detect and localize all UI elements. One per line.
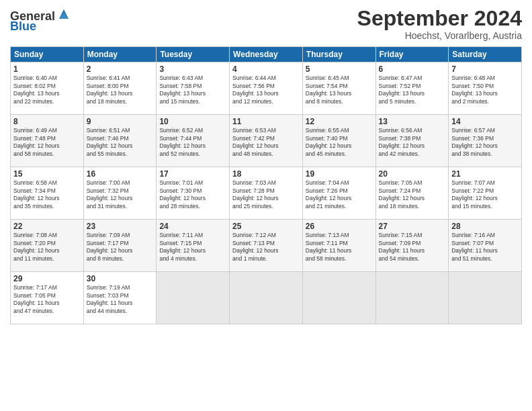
table-row: 6Sunrise: 6:47 AM Sunset: 7:52 PM Daylig… xyxy=(375,62,449,115)
day-number: 5 xyxy=(306,64,373,74)
table-row: 8Sunrise: 6:49 AM Sunset: 7:48 PM Daylig… xyxy=(11,115,84,167)
cell-content: Sunrise: 7:07 AM Sunset: 7:22 PM Dayligh… xyxy=(451,179,519,210)
table-row: 30Sunrise: 7:19 AM Sunset: 7:03 PM Dayli… xyxy=(83,272,157,324)
cell-content: Sunrise: 6:49 AM Sunset: 7:48 PM Dayligh… xyxy=(13,127,81,158)
cell-content: Sunrise: 7:01 AM Sunset: 7:30 PM Dayligh… xyxy=(159,179,226,210)
day-number: 20 xyxy=(379,169,446,179)
location-subtitle: Hoechst, Vorarlberg, Austria xyxy=(357,30,522,41)
day-number: 18 xyxy=(232,169,300,179)
day-number: 1 xyxy=(13,64,81,74)
table-row: 14Sunrise: 6:57 AM Sunset: 7:36 PM Dayli… xyxy=(449,115,522,167)
day-number: 2 xyxy=(87,64,154,74)
cell-content: Sunrise: 7:00 AM Sunset: 7:32 PM Dayligh… xyxy=(87,179,154,210)
day-number: 30 xyxy=(87,274,154,283)
table-row: 21Sunrise: 7:07 AM Sunset: 7:22 PM Dayli… xyxy=(449,167,522,220)
calendar-week-row: 1Sunrise: 6:40 AM Sunset: 8:02 PM Daylig… xyxy=(11,62,522,115)
day-number: 27 xyxy=(379,222,446,231)
col-thursday: Thursday xyxy=(302,47,375,62)
day-number: 22 xyxy=(13,222,81,231)
day-number: 25 xyxy=(232,222,300,231)
cell-content: Sunrise: 6:55 AM Sunset: 7:40 PM Dayligh… xyxy=(306,127,373,158)
cell-content: Sunrise: 6:45 AM Sunset: 7:54 PM Dayligh… xyxy=(306,75,373,105)
day-number: 8 xyxy=(13,117,81,126)
table-row: 15Sunrise: 6:58 AM Sunset: 7:34 PM Dayli… xyxy=(11,167,84,220)
day-number: 26 xyxy=(306,222,373,231)
table-row: 9Sunrise: 6:51 AM Sunset: 7:46 PM Daylig… xyxy=(83,115,157,167)
cell-content: Sunrise: 7:16 AM Sunset: 7:07 PM Dayligh… xyxy=(451,232,519,263)
col-wednesday: Wednesday xyxy=(230,47,303,62)
cell-content: Sunrise: 6:41 AM Sunset: 8:00 PM Dayligh… xyxy=(87,75,154,105)
table-row: 29Sunrise: 7:17 AM Sunset: 7:05 PM Dayli… xyxy=(11,272,84,324)
calendar-week-row: 29Sunrise: 7:17 AM Sunset: 7:05 PM Dayli… xyxy=(11,272,522,324)
table-row: 24Sunrise: 7:11 AM Sunset: 7:15 PM Dayli… xyxy=(157,220,230,272)
table-row: 28Sunrise: 7:16 AM Sunset: 7:07 PM Dayli… xyxy=(449,220,522,272)
col-monday: Monday xyxy=(83,47,157,62)
table-row: 23Sunrise: 7:09 AM Sunset: 7:17 PM Dayli… xyxy=(83,220,157,272)
day-number: 13 xyxy=(379,117,446,126)
table-row: 16Sunrise: 7:00 AM Sunset: 7:32 PM Dayli… xyxy=(83,167,157,220)
calendar-table: Sunday Monday Tuesday Wednesday Thursday… xyxy=(10,46,522,324)
calendar-week-row: 8Sunrise: 6:49 AM Sunset: 7:48 PM Daylig… xyxy=(11,115,522,167)
day-number: 15 xyxy=(13,169,81,179)
day-number: 16 xyxy=(87,169,154,179)
table-row: 4Sunrise: 6:44 AM Sunset: 7:56 PM Daylig… xyxy=(230,62,303,115)
table-row xyxy=(230,272,303,324)
cell-content: Sunrise: 6:40 AM Sunset: 8:02 PM Dayligh… xyxy=(13,75,81,105)
day-number: 7 xyxy=(451,64,519,74)
day-number: 19 xyxy=(306,169,373,179)
cell-content: Sunrise: 7:12 AM Sunset: 7:13 PM Dayligh… xyxy=(232,232,300,263)
cell-content: Sunrise: 7:09 AM Sunset: 7:17 PM Dayligh… xyxy=(87,232,154,263)
calendar-week-row: 15Sunrise: 6:58 AM Sunset: 7:34 PM Dayli… xyxy=(11,167,522,220)
day-number: 9 xyxy=(87,117,154,126)
table-row: 18Sunrise: 7:03 AM Sunset: 7:28 PM Dayli… xyxy=(230,167,303,220)
logo-icon xyxy=(56,7,71,21)
logo-blue-text: Blue xyxy=(10,19,36,34)
day-number: 3 xyxy=(159,64,226,74)
table-row: 2Sunrise: 6:41 AM Sunset: 8:00 PM Daylig… xyxy=(83,62,157,115)
table-row: 1Sunrise: 6:40 AM Sunset: 8:02 PM Daylig… xyxy=(11,62,84,115)
day-number: 14 xyxy=(451,117,519,126)
col-sunday: Sunday xyxy=(11,47,84,62)
cell-content: Sunrise: 7:08 AM Sunset: 7:20 PM Dayligh… xyxy=(13,232,81,263)
cell-content: Sunrise: 7:11 AM Sunset: 7:15 PM Dayligh… xyxy=(159,232,226,263)
table-row: 17Sunrise: 7:01 AM Sunset: 7:30 PM Dayli… xyxy=(157,167,230,220)
table-row xyxy=(302,272,375,324)
svg-marker-1 xyxy=(59,12,69,19)
day-number: 10 xyxy=(159,117,226,126)
day-number: 24 xyxy=(159,222,226,231)
header: General Blue September 2024 Hoechst, Vor… xyxy=(10,7,522,41)
table-row: 20Sunrise: 7:05 AM Sunset: 7:24 PM Dayli… xyxy=(375,167,449,220)
table-row: 19Sunrise: 7:04 AM Sunset: 7:26 PM Dayli… xyxy=(302,167,375,220)
day-number: 17 xyxy=(159,169,226,179)
cell-content: Sunrise: 7:17 AM Sunset: 7:05 PM Dayligh… xyxy=(13,284,81,315)
table-row: 10Sunrise: 6:52 AM Sunset: 7:44 PM Dayli… xyxy=(157,115,230,167)
table-row: 11Sunrise: 6:53 AM Sunset: 7:42 PM Dayli… xyxy=(230,115,303,167)
day-number: 29 xyxy=(13,274,81,283)
cell-content: Sunrise: 7:03 AM Sunset: 7:28 PM Dayligh… xyxy=(232,179,300,210)
table-row: 22Sunrise: 7:08 AM Sunset: 7:20 PM Dayli… xyxy=(11,220,84,272)
table-row: 25Sunrise: 7:12 AM Sunset: 7:13 PM Dayli… xyxy=(230,220,303,272)
table-row: 27Sunrise: 7:15 AM Sunset: 7:09 PM Dayli… xyxy=(375,220,449,272)
title-block: September 2024 Hoechst, Vorarlberg, Aust… xyxy=(357,7,522,41)
table-row: 3Sunrise: 6:43 AM Sunset: 7:58 PM Daylig… xyxy=(157,62,230,115)
cell-content: Sunrise: 6:48 AM Sunset: 7:50 PM Dayligh… xyxy=(451,75,519,105)
day-number: 23 xyxy=(87,222,154,231)
month-title: September 2024 xyxy=(357,7,522,30)
calendar-header-row: Sunday Monday Tuesday Wednesday Thursday… xyxy=(11,47,522,62)
cell-content: Sunrise: 7:04 AM Sunset: 7:26 PM Dayligh… xyxy=(306,179,373,210)
cell-content: Sunrise: 7:05 AM Sunset: 7:24 PM Dayligh… xyxy=(379,179,446,210)
table-row xyxy=(449,272,522,324)
day-number: 4 xyxy=(232,64,300,74)
cell-content: Sunrise: 6:56 AM Sunset: 7:38 PM Dayligh… xyxy=(379,127,446,158)
day-number: 21 xyxy=(451,169,519,179)
col-tuesday: Tuesday xyxy=(157,47,230,62)
cell-content: Sunrise: 6:44 AM Sunset: 7:56 PM Dayligh… xyxy=(232,75,300,105)
table-row: 13Sunrise: 6:56 AM Sunset: 7:38 PM Dayli… xyxy=(375,115,449,167)
cell-content: Sunrise: 6:58 AM Sunset: 7:34 PM Dayligh… xyxy=(13,179,81,210)
cell-content: Sunrise: 6:53 AM Sunset: 7:42 PM Dayligh… xyxy=(232,127,300,158)
logo: General Blue xyxy=(10,9,71,34)
table-row: 26Sunrise: 7:13 AM Sunset: 7:11 PM Dayli… xyxy=(302,220,375,272)
table-row: 5Sunrise: 6:45 AM Sunset: 7:54 PM Daylig… xyxy=(302,62,375,115)
col-saturday: Saturday xyxy=(449,47,522,62)
day-number: 6 xyxy=(379,64,446,74)
